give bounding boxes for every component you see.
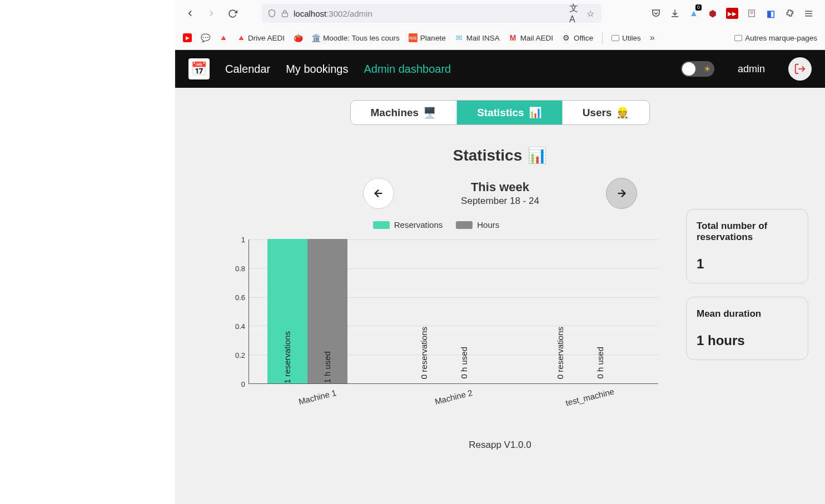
logout-icon <box>794 63 806 75</box>
chart-legend: Reservations Hours <box>208 220 664 229</box>
nav-admin-dashboard[interactable]: Admin dashboard <box>364 63 451 76</box>
user-label: admin <box>738 63 765 75</box>
user-icon: 👷 <box>616 106 629 119</box>
bookmarks-overflow[interactable]: » <box>650 33 655 43</box>
bookmark-moodle[interactable]: 🏛️Moodle: Tous les cours <box>311 33 400 42</box>
tab-users[interactable]: Users👷 <box>563 101 650 124</box>
forward-button[interactable] <box>203 5 220 22</box>
week-range: September 18 - 24 <box>461 196 539 207</box>
other-bookmarks[interactable]: Autres marque-pages <box>734 34 817 42</box>
yt-icon[interactable]: ▶▶ <box>726 8 738 19</box>
bookmark-planete[interactable]: NSEPlanete <box>409 33 446 42</box>
nav-calendar[interactable]: Calendar <box>225 63 270 76</box>
logout-button[interactable] <box>788 57 812 81</box>
browser-toolbar: localhost:3002/admin 文A ☆ ▲0 ⬢ ▶▶ ◧ <box>175 0 825 27</box>
admin-tabs: Machines🖥️ Statistics📊 Users👷 <box>175 100 825 125</box>
chart-icon: 📊 <box>529 106 542 119</box>
reload-button[interactable] <box>224 5 241 22</box>
prev-week-button[interactable] <box>363 178 394 209</box>
x-axis-label: Machine 2 <box>434 388 473 406</box>
app-root: 📅 Calendar My bookings Admin dashboard ☀… <box>175 50 825 504</box>
menu-icon[interactable] <box>803 8 814 19</box>
translate-icon[interactable]: 文A <box>569 8 580 19</box>
extensions-icon[interactable] <box>784 8 795 19</box>
ublock-icon[interactable]: ⬢ <box>707 8 718 19</box>
card-total-reservations: Total number of reservations 1 <box>686 209 808 283</box>
shield-icon <box>267 9 276 18</box>
ext-icon-1[interactable]: ◧ <box>765 8 776 19</box>
computer-icon: 🖥️ <box>423 106 436 119</box>
app-header: 📅 Calendar My bookings Admin dashboard ☀… <box>175 50 825 88</box>
week-navigator: This week September 18 - 24 <box>175 178 825 209</box>
bookmark-drive1[interactable]: 🔺 <box>218 33 227 42</box>
bookmark-tomato[interactable]: 🍅 <box>294 33 302 42</box>
bookmark-mail-aedi[interactable]: MMail AEDI <box>509 33 553 42</box>
url-path: :3002/admin <box>326 9 372 18</box>
tab-machines[interactable]: Machines🖥️ <box>351 101 458 124</box>
tab-statistics[interactable]: Statistics📊 <box>457 101 562 124</box>
stats-icon: 📊 <box>528 146 547 164</box>
x-axis-label: test_machine <box>565 386 615 407</box>
bookmark-star-icon[interactable]: ☆ <box>585 8 596 19</box>
lock-icon <box>281 9 289 18</box>
stats-cards: Total number of reservations 1 Mean dura… <box>686 209 808 412</box>
toggle-knob <box>682 62 695 76</box>
bar-reservations: 1 reservations <box>267 239 307 383</box>
arrow-right-icon <box>615 187 628 199</box>
bookmark-folder-utiles[interactable]: Utiles <box>612 34 641 42</box>
bar-chart: 00.20.40.60.81 1 reservations1 h usedMac… <box>225 239 664 412</box>
download-icon[interactable] <box>669 8 680 19</box>
bookmark-mail-insa[interactable]: ✉Mail INSA <box>455 33 500 42</box>
theme-toggle[interactable]: ☀ <box>681 61 714 77</box>
arrow-left-icon <box>372 187 385 199</box>
bookmark-drive-aedi[interactable]: 🔺Drive AEDI <box>236 33 285 42</box>
browser-chrome: localhost:3002/admin 文A ☆ ▲0 ⬢ ▶▶ ◧ ▶ 💬 … <box>175 0 825 50</box>
legend-swatch-reservations <box>373 221 390 229</box>
app-logo[interactable]: 📅 <box>188 58 210 79</box>
bookmark-youtube[interactable]: ▶ <box>183 33 192 42</box>
pocket-icon[interactable] <box>650 8 662 19</box>
url-bar[interactable]: localhost:3002/admin 文A ☆ <box>262 4 602 23</box>
sun-icon: ☀ <box>704 64 711 73</box>
x-axis-label: Machine 1 <box>297 388 337 406</box>
nav-my-bookings[interactable]: My bookings <box>286 63 348 76</box>
bookmarks-bar: ▶ 💬 🔺 🔺Drive AEDI 🍅 🏛️Moodle: Tous les c… <box>175 27 825 49</box>
week-title: This week <box>461 180 539 194</box>
svg-rect-0 <box>282 13 288 17</box>
back-button[interactable] <box>182 5 198 22</box>
reader-icon[interactable] <box>746 8 757 19</box>
card-mean-duration: Mean duration 1 hours <box>686 297 808 360</box>
app-footer: Resapp V1.0.0 <box>175 440 825 451</box>
chart-area: Reservations Hours 00.20.40.60.81 1 rese… <box>208 220 664 412</box>
legend-swatch-hours <box>456 221 473 229</box>
next-week-button[interactable] <box>606 178 637 209</box>
page-title: Statistics 📊 <box>175 146 825 164</box>
notif-icon[interactable]: ▲0 <box>688 8 699 19</box>
url-host: localhost <box>294 9 326 18</box>
bar-hours: 1 h used <box>307 239 347 383</box>
toolbar-right: ▲0 ⬢ ▶▶ ◧ <box>650 8 818 19</box>
bookmark-office[interactable]: ⚙Office <box>562 33 593 42</box>
bookmark-messenger[interactable]: 💬 <box>201 33 210 42</box>
